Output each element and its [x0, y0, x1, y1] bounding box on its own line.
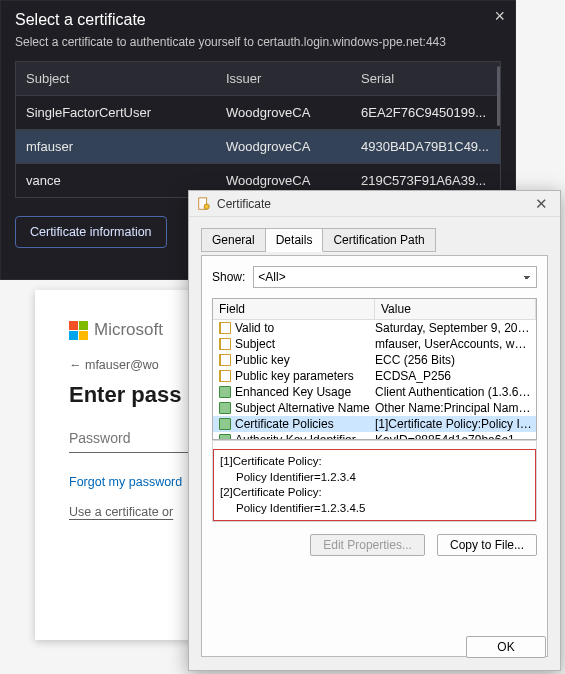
field-row[interactable]: Subjectmfauser, UserAccounts, wood...: [213, 336, 536, 352]
extension-icon: [219, 402, 231, 414]
certificate-titlebar: Certificate ✕: [189, 191, 560, 217]
col-value[interactable]: Value: [375, 299, 536, 319]
field-header: Field Value: [213, 299, 536, 320]
dialog-title: Select a certificate: [15, 11, 501, 29]
page-icon: [219, 322, 231, 334]
tab-strip: General Details Certification Path: [201, 227, 548, 251]
certificate-icon: [197, 197, 211, 211]
show-select[interactable]: <All>: [253, 266, 537, 288]
field-row[interactable]: Public keyECC (256 Bits): [213, 352, 536, 368]
tab-details[interactable]: Details: [266, 228, 324, 252]
tab-general[interactable]: General: [201, 228, 266, 252]
copy-to-file-button[interactable]: Copy to File...: [437, 534, 537, 556]
certificate-table: Subject Issuer Serial SingleFactorCertUs…: [15, 61, 501, 198]
close-icon[interactable]: ✕: [531, 195, 552, 213]
col-field[interactable]: Field: [213, 299, 375, 319]
cell-subject: vance: [16, 164, 216, 197]
field-name: Public key: [235, 353, 290, 367]
col-issuer[interactable]: Issuer: [216, 62, 351, 95]
brand-text: Microsoft: [94, 320, 163, 340]
table-header: Subject Issuer Serial: [16, 62, 500, 95]
field-row[interactable]: Certificate Policies[1]Certificate Polic…: [213, 416, 536, 432]
field-value: KeyID=88854d1e79ba6e1e4e: [375, 433, 536, 440]
field-name: Subject: [235, 337, 275, 351]
field-value: Client Authentication (1.3.6.1....: [375, 385, 536, 399]
field-name: Authority Key Identifier: [235, 433, 356, 440]
details-panel: Show: <All> Field Value Valid toSaturday…: [201, 255, 548, 657]
field-name: Subject Alternative Name: [235, 401, 370, 415]
edit-properties-button: Edit Properties...: [310, 534, 425, 556]
col-subject[interactable]: Subject: [16, 62, 216, 95]
show-label: Show:: [212, 270, 245, 284]
field-row[interactable]: Subject Alternative NameOther Name:Princ…: [213, 400, 536, 416]
field-name: Valid to: [235, 321, 274, 335]
field-value: [1]Certificate Policy:Policy Ide...: [375, 417, 536, 431]
field-value: Other Name:Principal Name=m...: [375, 401, 536, 415]
cell-subject: SingleFactorCertUser: [16, 96, 216, 129]
field-name: Certificate Policies: [235, 417, 334, 431]
table-row[interactable]: mfauser WoodgroveCA 4930B4DA79B1C49...: [16, 129, 500, 163]
extension-icon: [219, 386, 231, 398]
dialog-subtitle: Select a certificate to authenticate you…: [15, 35, 501, 49]
svg-point-1: [204, 204, 209, 209]
scrollbar-thumb[interactable]: [497, 66, 500, 126]
field-name: Enhanced Key Usage: [235, 385, 351, 399]
field-row[interactable]: Valid toSaturday, September 9, 2023 ...: [213, 320, 536, 336]
cell-subject: mfauser: [16, 130, 216, 163]
window-title: Certificate: [217, 197, 271, 211]
field-value-detail[interactable]: [1]Certificate Policy: Policy Identifier…: [213, 449, 536, 521]
table-row[interactable]: SingleFactorCertUser WoodgroveCA 6EA2F76…: [16, 95, 500, 129]
cell-issuer: WoodgroveCA: [216, 130, 351, 163]
ok-button[interactable]: OK: [466, 636, 546, 658]
cell-issuer: WoodgroveCA: [216, 96, 351, 129]
certificate-information-button[interactable]: Certificate information: [15, 216, 167, 248]
extension-icon: [219, 418, 231, 430]
page-icon: [219, 370, 231, 382]
field-value: ECC (256 Bits): [375, 353, 536, 367]
field-value: Saturday, September 9, 2023 ...: [375, 321, 536, 335]
page-icon: [219, 354, 231, 366]
cell-serial: 6EA2F76C9450199...: [351, 96, 500, 129]
field-row[interactable]: Enhanced Key UsageClient Authentication …: [213, 384, 536, 400]
tab-cert-path[interactable]: Certification Path: [323, 228, 435, 252]
field-value: ECDSA_P256: [375, 369, 536, 383]
cell-serial: 4930B4DA79B1C49...: [351, 130, 500, 163]
field-row[interactable]: Authority Key IdentifierKeyID=88854d1e79…: [213, 432, 536, 440]
field-row[interactable]: Public key parametersECDSA_P256: [213, 368, 536, 384]
page-icon: [219, 338, 231, 350]
field-list[interactable]: Field Value Valid toSaturday, September …: [212, 298, 537, 440]
certificate-window: Certificate ✕ General Details Certificat…: [188, 190, 561, 671]
col-serial[interactable]: Serial: [351, 62, 500, 95]
field-value: mfauser, UserAccounts, wood...: [375, 337, 536, 351]
field-name: Public key parameters: [235, 369, 354, 383]
microsoft-logo-icon: [69, 321, 88, 340]
close-icon[interactable]: ×: [494, 7, 505, 25]
